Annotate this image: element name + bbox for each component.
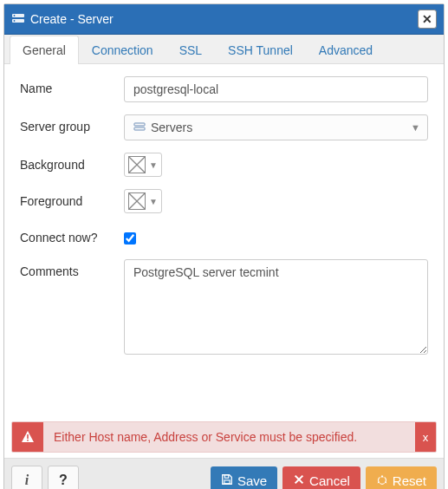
cancel-label: Cancel	[309, 473, 350, 488]
error-alert: Either Host name, Address or Service mus…	[11, 421, 437, 453]
warning-icon	[12, 422, 43, 452]
svg-rect-13	[27, 440, 29, 441]
label-foreground: Foreground	[20, 189, 124, 208]
chevron-down-icon: ▼	[149, 160, 158, 170]
server-group-select[interactable]: Servers ▼	[124, 114, 428, 140]
tab-advanced[interactable]: Advanced	[306, 36, 386, 64]
close-icon: x	[423, 431, 429, 444]
svg-point-3	[14, 20, 16, 22]
no-color-icon	[128, 192, 146, 210]
servers-icon	[133, 121, 146, 134]
svg-rect-4	[134, 123, 145, 126]
connect-now-checkbox[interactable]	[124, 232, 136, 244]
cancel-button[interactable]: Cancel	[282, 466, 360, 490]
svg-rect-5	[134, 127, 145, 130]
server-group-value: Servers	[151, 121, 192, 134]
row-background: Background ▼	[20, 153, 428, 177]
info-icon: i	[25, 473, 29, 488]
row-foreground: Foreground ▼	[20, 189, 428, 213]
tab-ssl[interactable]: SSL	[166, 36, 215, 64]
save-button[interactable]: Save	[211, 466, 277, 490]
titlebar: Create - Server ✕	[4, 4, 444, 35]
help-icon: ?	[59, 473, 68, 488]
create-server-dialog: Create - Server ✕ General Connection SSL…	[3, 3, 445, 489]
chevron-down-icon: ▼	[149, 197, 158, 206]
tab-connection[interactable]: Connection	[79, 36, 166, 64]
label-background: Background	[20, 153, 124, 172]
foreground-color-picker[interactable]: ▼	[124, 189, 162, 213]
label-connect-now: Connect now?	[20, 225, 124, 244]
tabs: General Connection SSL SSH Tunnel Advanc…	[4, 35, 444, 64]
row-name: Name	[20, 76, 428, 102]
tab-ssh-tunnel[interactable]: SSH Tunnel	[215, 36, 306, 64]
comments-textarea[interactable]: PostgreSQL server tecmint	[124, 259, 428, 355]
spacer	[20, 369, 428, 413]
svg-rect-15	[224, 479, 230, 483]
close-button[interactable]: ✕	[418, 10, 437, 29]
row-comments: Comments PostgreSQL server tecmint	[20, 259, 428, 357]
server-icon	[11, 12, 25, 26]
name-input[interactable]	[124, 76, 428, 102]
alert-close-button[interactable]: x	[415, 422, 436, 452]
save-label: Save	[237, 473, 267, 488]
reset-label: Reset	[393, 473, 426, 488]
form-body: Name Server group Servers ▼ Background	[4, 64, 444, 421]
no-color-icon	[128, 156, 146, 173]
background-color-picker[interactable]: ▼	[124, 153, 162, 177]
label-comments: Comments	[20, 259, 124, 278]
row-connect-now: Connect now?	[20, 225, 428, 247]
row-server-group: Server group Servers ▼	[20, 114, 428, 140]
close-icon: ✕	[422, 12, 432, 26]
footer-bar: i ? Save Cancel Reset	[4, 458, 444, 489]
cancel-icon	[293, 473, 305, 488]
svg-point-2	[14, 15, 16, 16]
svg-rect-14	[224, 474, 228, 478]
reset-button[interactable]: Reset	[366, 466, 437, 490]
alert-text: Either Host name, Address or Service mus…	[43, 422, 415, 452]
svg-rect-12	[27, 434, 29, 439]
info-button[interactable]: i	[11, 466, 42, 489]
help-button[interactable]: ?	[48, 466, 79, 489]
dialog-title: Create - Server	[30, 12, 412, 26]
tab-general[interactable]: General	[10, 36, 79, 64]
label-server-group: Server group	[20, 114, 124, 134]
save-icon	[221, 473, 233, 488]
recycle-icon	[376, 473, 388, 488]
chevron-down-icon: ▼	[411, 122, 420, 133]
label-name: Name	[20, 76, 124, 95]
